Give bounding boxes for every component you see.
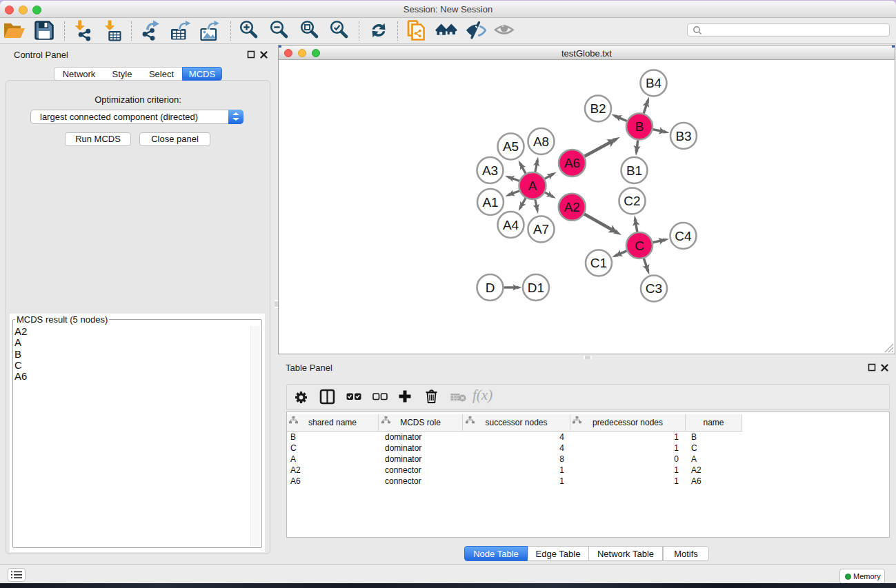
svg-text:A: A (528, 179, 537, 193)
svg-text:D1: D1 (528, 281, 544, 295)
svg-text:D: D (486, 281, 495, 295)
svg-text:A7: A7 (533, 222, 549, 236)
svg-text:C2: C2 (624, 194, 640, 208)
svg-text:A3: A3 (482, 163, 498, 178)
svg-text:B3: B3 (675, 129, 691, 143)
svg-text:A1: A1 (482, 195, 498, 210)
svg-text:A8: A8 (533, 134, 549, 149)
svg-text:C1: C1 (590, 256, 607, 270)
svg-text:A2: A2 (564, 200, 580, 214)
svg-text:A5: A5 (503, 139, 519, 154)
svg-text:A4: A4 (503, 218, 519, 232)
svg-text:B2: B2 (590, 101, 606, 116)
svg-text:C4: C4 (675, 229, 692, 243)
svg-text:B: B (635, 119, 644, 134)
svg-text:B1: B1 (626, 163, 642, 178)
svg-text:C3: C3 (646, 281, 662, 296)
svg-text:C: C (635, 239, 644, 253)
svg-text:A6: A6 (564, 156, 580, 170)
svg-text:B4: B4 (646, 76, 662, 90)
